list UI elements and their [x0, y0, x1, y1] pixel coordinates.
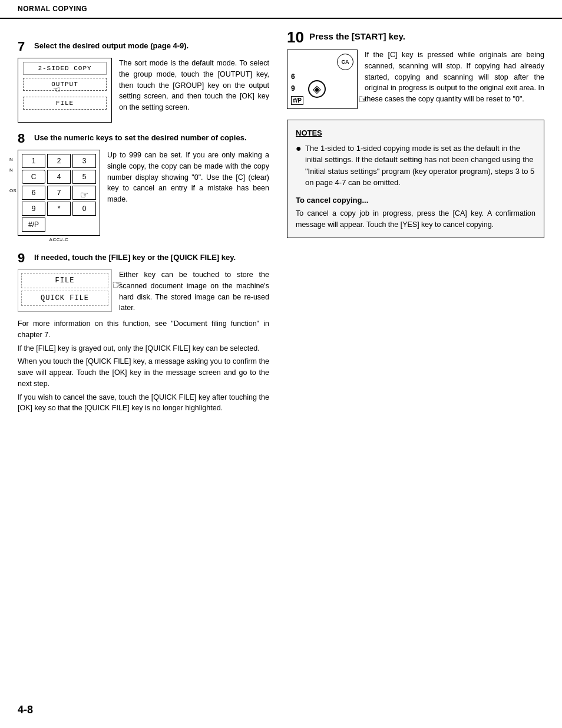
key-1: 1	[22, 154, 45, 168]
bullet-icon: ●	[296, 143, 302, 154]
keypad-grid: 1 2 3 C 4 5 6 7 ☞ 9 *	[18, 150, 100, 236]
step10-number: 10	[287, 29, 309, 45]
step10-content: CA 6 9 #/P ◈ ☞ If the [C] key is	[287, 50, 544, 109]
key-c: C	[22, 170, 45, 184]
file-outer-box: FILE QUICK FILE	[18, 269, 112, 312]
step7-number: 7	[18, 40, 34, 53]
notes-title: NOTES	[296, 127, 535, 139]
step7-text: The sort mode is the default mode. To se…	[119, 58, 269, 113]
notes-box: NOTES ● The 1-sided to 1-sided copying m…	[287, 120, 544, 238]
start-key-row: 6 9 #/P ◈	[291, 73, 353, 105]
step10-header: 10 Press the [START] key.	[287, 31, 544, 45]
key-7: 7	[47, 186, 71, 200]
page-footer: 4-8	[18, 704, 33, 716]
step7-panel-row3: FILE	[23, 97, 107, 110]
ca-circle: CA	[337, 54, 353, 70]
page-number: 4-8	[18, 704, 33, 716]
keypad-bottom-label: ACC#-C	[18, 237, 100, 242]
step10-panel: CA 6 9 #/P ◈ ☞	[287, 50, 358, 109]
step7-title: Select the desired output mode (page 4-9…	[34, 41, 189, 51]
key-5: 5	[72, 170, 96, 184]
step7-header: 7 Select the desired output mode (page 4…	[18, 41, 269, 53]
cancel-text: To cancel a copy job in progress, press …	[296, 208, 535, 230]
hand-icon-step9: ☞	[112, 278, 123, 292]
step8-content: NNOS 1 2 3 C 4 5 6 7 ☞	[18, 150, 269, 242]
key-star: *	[47, 202, 71, 216]
step8-number: 8	[18, 132, 34, 145]
header-title: NORMAL COPYING	[18, 5, 87, 13]
step9-text2: For more information on this function, s…	[18, 318, 269, 414]
step10-text: If the [C] key is pressed while original…	[365, 50, 544, 105]
key-9: 9	[22, 202, 45, 216]
step9-para4: When you touch the [QUICK FILE] key, a m…	[18, 356, 269, 389]
left-column: 7 Select the desired output mode (page 4…	[18, 31, 281, 420]
step7-panel-row2: OUTPUT ☞	[23, 78, 107, 91]
step9-header: 9 If needed, touch the [FILE] key or the…	[18, 253, 269, 265]
notes-bullet1-text: The 1-sided to 1-sided copying mode is s…	[305, 143, 535, 189]
hand-icon-step8: ☞	[80, 189, 88, 200]
key-8: ☞	[72, 186, 96, 200]
step10-title: Press the [START] key.	[309, 31, 405, 42]
step9-para2: For more information on this function, s…	[18, 318, 269, 341]
start-key-button: ◈	[308, 80, 326, 98]
hand-icon-step10: ☞	[358, 92, 369, 106]
step9-para3: If the [FILE] key is grayed out, only th…	[18, 343, 269, 354]
cancel-title: To cancel copying...	[296, 195, 535, 206]
step9-content: FILE QUICK FILE ☞ Either key can be touc…	[18, 269, 269, 314]
step9-panel: FILE QUICK FILE ☞	[18, 269, 112, 312]
key-hashp: #/P	[22, 218, 45, 232]
key-2: 2	[47, 154, 71, 168]
quick-file-btn: QUICK FILE	[21, 291, 108, 306]
cursor-hand-step7: ☞	[53, 83, 60, 96]
step8-keypad: NNOS 1 2 3 C 4 5 6 7 ☞	[18, 150, 100, 242]
start-key-numbers: 6 9 #/P	[291, 73, 303, 105]
step9-number: 9	[18, 252, 34, 265]
key-0: 0	[72, 202, 96, 216]
key-4: 4	[47, 170, 71, 184]
key-6: 6	[22, 186, 45, 200]
file-btn: FILE	[21, 273, 108, 288]
step8-title: Use the numeric keys to set the desired …	[34, 133, 247, 143]
keypad-side-label: NNOS	[9, 154, 16, 196]
step9-text1: Either key can be touched to store the s…	[119, 269, 269, 314]
step7-panel: 2-SIDED COPY OUTPUT ☞ FILE	[18, 58, 112, 123]
step9-title: If needed, touch the [FILE] key or the […	[34, 253, 236, 263]
notes-item1: ● The 1-sided to 1-sided copying mode is…	[296, 143, 535, 189]
step9-para5: If you wish to cancel the save, touch th…	[18, 392, 269, 414]
step7-panel-row1: 2-SIDED COPY	[23, 62, 107, 75]
step8-text: Up to 999 can be set. If you are only ma…	[107, 150, 269, 205]
key-3: 3	[72, 154, 96, 168]
start-arrow-icon: ◈	[313, 83, 321, 95]
step7-content: 2-SIDED COPY OUTPUT ☞ FILE The sort mode…	[18, 58, 269, 123]
right-column: 10 Press the [START] key. CA 6 9 #/P	[281, 31, 544, 420]
page-header: NORMAL COPYING	[0, 0, 562, 19]
step8-header: 8 Use the numeric keys to set the desire…	[18, 133, 269, 145]
